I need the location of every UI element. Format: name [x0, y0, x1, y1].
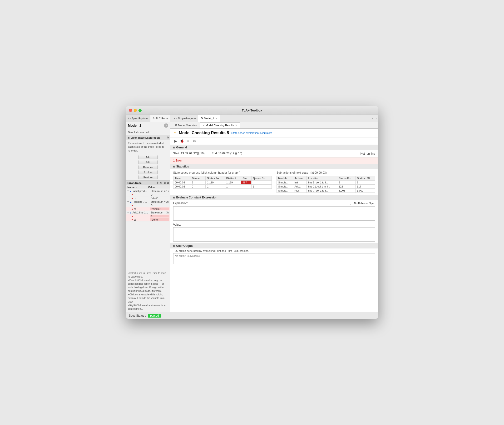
col-stat[interactable]: Stat	[241, 176, 251, 181]
remove-button[interactable]: Remove	[138, 165, 157, 169]
sub-col-action[interactable]: Action	[293, 176, 307, 181]
tab-spec-explorer[interactable]: 🗂 Spec Explorer	[126, 115, 150, 122]
stop-button[interactable]: ■	[186, 138, 191, 144]
restore-button[interactable]: Restore	[138, 175, 157, 179]
copy-button[interactable]: ⧉	[192, 138, 197, 144]
error-count-link[interactable]: 1 Error	[173, 159, 182, 162]
model-checking-results-icon: ✓	[202, 124, 205, 127]
initial-blue-arrow: ▲	[129, 190, 132, 193]
error-trace-exploration-action-icon[interactable]: ⧉	[167, 136, 169, 139]
expression-input[interactable]	[173, 206, 375, 221]
tab-model-checking-results[interactable]: ✓ Model Checking Results ✕	[200, 122, 240, 128]
trace-row-pick[interactable]: ▼ ▲ Pick line 7,... State (num = 2)	[126, 200, 170, 204]
sub-action-1: Add1	[293, 185, 307, 189]
sub-col-distinct[interactable]: Distinct St	[355, 176, 375, 181]
edit-button[interactable]: Edit	[138, 160, 157, 164]
pick-name: Pick line 7,...	[132, 200, 150, 203]
collapse-add1-icon[interactable]: ▼	[127, 211, 129, 214]
col-states-found[interactable]: States Fo	[206, 176, 225, 181]
trace-row-i-1[interactable]: ■ i 0	[126, 204, 170, 207]
trace-row-add1[interactable]: ▼ ▲ Add1 line 1... State (num = 3)	[126, 211, 170, 214]
statistics-layout: State space progress (click column heade…	[170, 169, 378, 195]
titlebar: TLA+ Toolbox	[126, 106, 378, 115]
collapse-initial-icon[interactable]: ▼	[127, 190, 129, 192]
initial-name: Initial predi...	[132, 190, 150, 193]
trace-row-pc-start[interactable]: ■ pc "start"	[126, 197, 170, 200]
evaluate-constant-header: ▣ Evaluate Constant Expression	[170, 195, 378, 200]
help-button[interactable]: ?	[164, 123, 168, 128]
col-distinct[interactable]: Distinct	[225, 176, 241, 181]
model-overview-icon: ⚙	[175, 124, 177, 127]
model-header: Model_1 ?	[126, 122, 170, 129]
window-title: TLA+ Toolbox	[242, 109, 262, 112]
close-button[interactable]	[129, 109, 132, 112]
tab-tlc-errors[interactable]: ⚠ TLC Errors ✕	[150, 115, 170, 122]
model-checking-results-close-icon[interactable]: ✕	[235, 124, 237, 126]
trace-row-i-2[interactable]: ■ i 1	[126, 214, 170, 218]
tlc-errors-icon: ⚠	[152, 117, 155, 120]
initial-value: State (num = 1)	[150, 190, 169, 193]
sub-distinct-0: 6	[355, 181, 375, 185]
stats-progress: State space progress (click column heade…	[173, 171, 272, 193]
collapse-general-icon[interactable]: ▣	[173, 146, 175, 149]
model-1-close-icon[interactable]: ✕	[216, 117, 218, 120]
sub-module-0: Simple...	[277, 181, 293, 185]
state-space-link[interactable]: State space exploration incomplete	[231, 132, 272, 134]
et-filter-icon[interactable]: ⬆	[157, 181, 159, 184]
not-running-status: Not running	[360, 152, 375, 155]
collapse-eval-icon[interactable]: ▣	[173, 196, 175, 199]
tab-tlc-errors-label: TLC Errors	[156, 117, 169, 120]
col-diameter[interactable]: Diamet	[190, 176, 206, 181]
sub-col-module[interactable]: Module	[277, 176, 293, 181]
tab-model-1[interactable]: ⚙ Model_1 ✕	[198, 115, 220, 122]
collapse-user-output-icon[interactable]: ▣	[173, 245, 175, 247]
maximize-button[interactable]	[138, 109, 142, 112]
distinct-1: 1	[225, 185, 241, 189]
trace-row-i-0[interactable]: ■ i 0	[126, 193, 170, 197]
no-behavior-checkbox[interactable]	[350, 202, 353, 205]
right-minimize-btn[interactable]: −	[372, 117, 373, 120]
explore-button[interactable]: Explore	[138, 170, 157, 174]
add-button[interactable]: Add	[138, 155, 157, 159]
et-copy-icon[interactable]: ⧉	[167, 181, 169, 184]
trace-row-initial[interactable]: ▼ ▲ Initial predi... State (num = 1)	[126, 189, 170, 193]
trace-row-pc-done[interactable]: ■ pc "done"	[126, 218, 170, 222]
value-label: Value:	[170, 222, 378, 227]
statistics-section-header: ▣ Statistics	[170, 164, 378, 169]
no-output-text: No output is available	[175, 254, 200, 257]
subactions-title: Sub-actions of next-state (at 00:00:03)	[277, 171, 375, 174]
user-output-section: ▣ User Output TLC output generated by ev…	[170, 243, 378, 266]
var-name-pc-done: pc	[133, 218, 150, 221]
expression-label: Expression:	[173, 202, 188, 205]
col-time[interactable]: Time	[173, 176, 190, 181]
stats-subactions: Sub-actions of next-state (at 00:00:03) …	[277, 171, 375, 193]
minimize-button[interactable]	[134, 109, 137, 112]
error-trace-table: Name ▲ Value ▼ ▲ Initial predi... State …	[126, 185, 170, 270]
et-settings-icon[interactable]: ⚙	[160, 181, 162, 184]
general-label: General	[176, 146, 187, 149]
var-name-i1: i	[133, 204, 151, 207]
collapse-stats-icon[interactable]: ▣	[173, 165, 175, 168]
right-maximize-btn[interactable]: □	[375, 117, 376, 120]
sub-col-states-found[interactable]: States Fo	[337, 176, 355, 181]
sub-col-location[interactable]: Location	[307, 176, 337, 181]
collapse-pick-icon[interactable]: ▼	[127, 201, 129, 203]
et-expand-icon[interactable]: ⊞	[163, 181, 166, 184]
var-name-i0: i	[133, 193, 151, 196]
evaluate-constant-section: ▣ Evaluate Constant Expression Expressio…	[170, 195, 378, 243]
tab-model-overview[interactable]: ⚙ Model Overview	[172, 122, 200, 128]
status-badge: parsed	[148, 314, 161, 318]
tab-simple-program[interactable]: 🗂 SimpleProgram	[172, 115, 199, 122]
distinct-0: 1,119	[225, 181, 241, 185]
main-content: 🗂 Spec Explorer ⚠ TLC Errors ✕ − □ Model…	[126, 115, 378, 312]
col-queue-size[interactable]: Queue Siz	[251, 176, 271, 181]
play-button[interactable]: ▶	[173, 138, 179, 144]
three-dots-icon[interactable]: ···	[371, 314, 375, 318]
sub-distinct-2: 1,001	[355, 189, 375, 193]
trace-row-pc-middle[interactable]: ■ pc "middle"	[126, 207, 170, 211]
bug-button[interactable]: 🐞	[179, 138, 185, 144]
time-1: 00:00:02	[173, 185, 190, 189]
progress-row-1: 00:00:02 0 1 1 1	[173, 185, 272, 189]
collapse-error-trace-exploration[interactable]: ▣	[128, 137, 130, 139]
statistics-section: ▣ Statistics State space progress (click…	[170, 164, 378, 195]
